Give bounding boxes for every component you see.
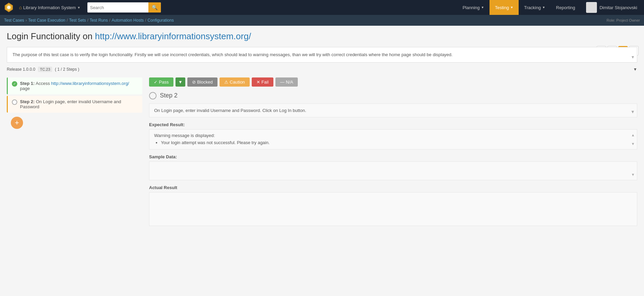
search-bar: 🔍 [87, 2, 161, 13]
add-step-button[interactable]: + [11, 117, 23, 129]
role-label: Role: Project Owner [607, 18, 640, 22]
expected-result-label: Expected Result: [149, 122, 637, 127]
step-description: On Login page, enter invalid Username an… [149, 104, 637, 118]
tracking-chevron: ▼ [542, 6, 545, 9]
scroll-right-er: ▲ [631, 132, 635, 138]
expected-result-content: ▲ ▼ Warning message is displayed: Your l… [149, 129, 637, 150]
blocked-label: Blocked [197, 79, 213, 85]
sep1: › [25, 18, 27, 23]
pass-button[interactable]: ✓ Pass [149, 77, 173, 87]
user-name: Dimitar Stojanovski [600, 5, 637, 10]
breadcrumb-configurations[interactable]: Configurations [148, 18, 174, 23]
step-item-2[interactable]: Step 2: On Login page, enter invalid Use… [7, 96, 142, 113]
step-detail: ✓ Pass ▼ ⊘ Blocked ⚠ Caution ✕ Fail — N/… [142, 77, 637, 226]
tracking-label: Tracking [524, 5, 541, 10]
planning-chevron: ▼ [481, 6, 484, 9]
pass-dropdown[interactable]: ▼ [175, 77, 185, 87]
title-link[interactable]: http://www.libraryinformationsystem.org/ [95, 31, 251, 41]
description-text: The purpose of this test case is to veri… [13, 52, 453, 57]
home-icon: ⌂ [19, 5, 22, 10]
title-static: Login Functionality on [7, 31, 95, 41]
expected-result-list: Your login attempt was not successful. P… [161, 139, 632, 146]
tc-id-badge: TC.23 [38, 67, 52, 72]
sample-data-label: Sample Data: [149, 154, 637, 159]
breadcrumb-bar: Test Cases › Test Case Execution / Test … [0, 15, 644, 26]
blocked-button[interactable]: ⊘ Blocked [187, 77, 217, 87]
actual-result-content[interactable] [149, 192, 637, 226]
na-button[interactable]: — N/A [275, 77, 298, 87]
step-detail-title-text: Step 2 [160, 92, 178, 99]
step2-number: Step 2: [20, 99, 35, 104]
step2-circle-icon [12, 99, 17, 105]
na-label: N/A [286, 79, 293, 85]
description-box: The purpose of this test case is to veri… [7, 47, 637, 63]
step2-text: On Login page, enter invalid Username an… [20, 99, 121, 109]
status-buttons: ✓ Pass ▼ ⊘ Blocked ⚠ Caution ✕ Fail — N/… [149, 77, 637, 87]
step2-label: Step 2: On Login page, enter invalid Use… [20, 99, 138, 109]
sep5: / [145, 18, 146, 23]
scroll-bottom-sd: ▼ [631, 172, 635, 178]
chevron-down-icon: ▼ [77, 6, 81, 9]
expected-result-text: Warning message is displayed: [154, 132, 632, 139]
step1-prefix: Access [36, 81, 51, 86]
caution-button[interactable]: ⚠ Caution [220, 77, 250, 87]
step1-suffix: page [20, 86, 30, 91]
testing-label: Testing [495, 5, 509, 10]
expected-result-bullet: Your login attempt was not successful. P… [161, 139, 632, 146]
step-detail-title: Step 2 [149, 92, 637, 99]
page-title: Login Functionality on http://www.librar… [7, 31, 637, 42]
nav-tracking[interactable]: Tracking ▼ [519, 0, 550, 15]
nav-reporting[interactable]: Reporting [550, 0, 580, 15]
sep3: / [87, 18, 88, 23]
search-button[interactable]: 🔍 [148, 2, 161, 13]
sample-data-content: ▼ [149, 161, 637, 180]
breadcrumb-test-case-execution[interactable]: Test Case Execution [28, 18, 65, 23]
planning-label: Planning [462, 5, 480, 10]
sep4: / [109, 18, 110, 23]
main-nav: Planning ▼ Testing ▼ Tracking ▼ Reportin… [457, 0, 580, 15]
step1-number: Step 1: [20, 81, 35, 86]
avatar [586, 2, 597, 13]
actual-result-label: Actual Result [149, 185, 637, 190]
pass-label: Pass [159, 79, 169, 85]
user-menu[interactable]: Dimitar Stojanovski [582, 2, 641, 13]
nav-testing[interactable]: Testing ▼ [490, 0, 519, 15]
step-desc-text: On Login page, enter invalid Username an… [154, 108, 306, 113]
scroll-bottom-er: ▼ [631, 141, 635, 147]
breadcrumb-test-cases[interactable]: Test Cases [4, 18, 24, 23]
scroll-arrow-release: ▼ [633, 67, 637, 72]
app-name-label: Library Information System [23, 5, 76, 10]
scroll-arrow-desc: ▼ [631, 54, 635, 60]
sep2: / [67, 18, 68, 23]
main-content: ⏸ ▲ ■ ≡ Login Functionality on http://ww… [0, 26, 644, 231]
caution-label: Caution [230, 79, 245, 85]
reporting-label: Reporting [556, 5, 575, 10]
step1-link[interactable]: http://www.libraryinformationsystem.org/ [51, 81, 129, 86]
two-col-layout: ✓ Step 1: Access http://www.libraryinfor… [7, 77, 637, 226]
breadcrumb-test-sets[interactable]: Test Sets [69, 18, 86, 23]
breadcrumb-automation-hosts[interactable]: Automation Hosts [112, 18, 144, 23]
fail-label: Fail [262, 79, 269, 85]
step1-label: Step 1: Access http://www.libraryinforma… [20, 81, 138, 91]
breadcrumb-test-runs[interactable]: Test Runs [90, 18, 108, 23]
fail-button[interactable]: ✕ Fail [252, 77, 273, 87]
steps-list: ✓ Step 1: Access http://www.libraryinfor… [7, 77, 142, 226]
desc-scroll-arrow: ▼ [630, 109, 635, 115]
svg-point-2 [7, 6, 11, 9]
app-name-dropdown[interactable]: ⌂ Library Information System ▼ [16, 5, 83, 10]
step-item-1[interactable]: ✓ Step 1: Access http://www.libraryinfor… [7, 77, 142, 94]
steps-count: ( 1 / 2 Steps ) [55, 67, 79, 72]
top-nav: ⌂ Library Information System ▼ 🔍 Plannin… [0, 0, 644, 15]
step1-check-icon: ✓ [12, 81, 17, 87]
search-input[interactable] [87, 2, 148, 13]
app-logo[interactable] [3, 1, 15, 14]
release-label: Release 1.0.0.0 [7, 67, 35, 72]
step-detail-circle [149, 92, 157, 99]
testing-chevron: ▼ [510, 6, 513, 9]
nav-planning[interactable]: Planning ▼ [457, 0, 490, 15]
release-info: Release 1.0.0.0 TC.23 ( 1 / 2 Steps ) ▼ [7, 67, 637, 72]
